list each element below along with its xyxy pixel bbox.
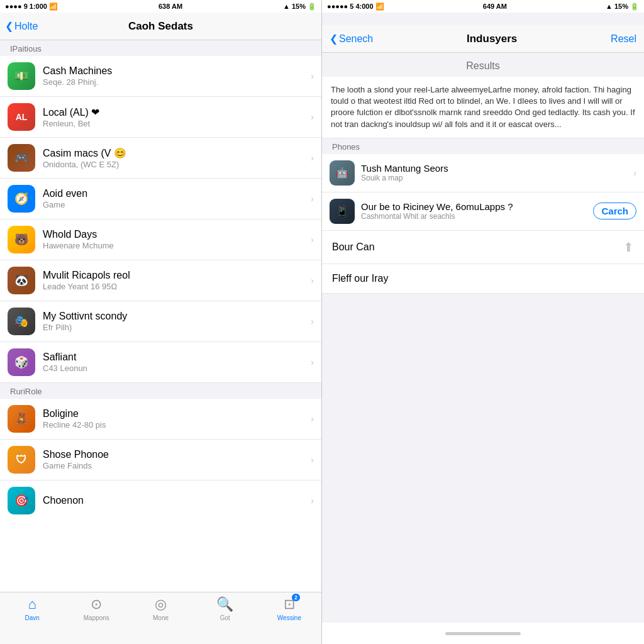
battery-icon: 🔋 [308,3,316,11]
app-icon-boligine: 🧸 [8,405,35,433]
list-item[interactable]: 🐻 Whold Days Hawenare Mchume › [0,219,321,260]
app-icon-safliant: 🎲 [8,348,35,376]
reset-button[interactable]: Resel [611,33,636,45]
left-back-button[interactable]: ❮ Holte [5,20,38,32]
home-indicator [322,623,644,644]
right-battery-text: 15% [614,3,628,10]
item-subtitle: Seqe. 28 Phinj. [43,77,311,87]
right-back-button[interactable]: ❮ Senech [330,33,373,45]
tab-label-mone: Mone [153,614,169,621]
item-subtitle: Recline 42-80 pis [43,420,311,430]
left-battery-area: ▲ 15% 🔋 [283,3,316,11]
home-icon: ⌂ [28,596,36,613]
share-icon[interactable]: ⬆ [623,240,634,255]
right-location-icon: ▲ [606,3,613,10]
list-item[interactable]: 🎭 My Sottivnt scondy Efr Pilh) › [0,301,321,342]
left-back-label: Holte [14,21,38,32]
item-title: Casim macs (V 😊 [43,147,311,159]
mone-icon: ◎ [155,596,167,613]
chevron-icon: › [311,153,314,163]
chevron-icon: › [311,455,314,465]
right-list: 🤖 Tush Mantung Seors Souik a map › 📱 Our… [322,154,644,231]
item-text-local-al: Local (AL) ❤ Renleun, Bet [43,106,311,128]
item-title: Safliant [43,352,311,363]
list-item[interactable]: 🎯 Choenon › [0,480,321,521]
item-subtitle: Game [43,200,311,209]
right-status-bar: ●●●●● 5 4:000 📶 649 AM ▲ 15% 🔋 [322,0,644,13]
list-item[interactable]: 🧭 Aoid even Game › [0,179,321,219]
mappons-icon: ⊙ [91,596,102,613]
app-icon-whold-days: 🐻 [8,226,35,253]
item-text-casim-macs: Casim macs (V 😊 Onidonta, (WC E 5Z) [43,147,311,169]
right-signal: ●●●●● 5 4:000 📶 [327,3,384,11]
list-item[interactable]: 🛡 Shose Phonoe Game Fainds › [0,440,321,480]
fleff-our-iray-row[interactable]: Fleff our Iray [322,264,644,294]
get-button[interactable]: Carch [593,203,636,219]
location-icon: ▲ [283,3,290,10]
item-text-cash-machines: Cash Machines Seqe. 28 Phinj. [43,65,311,87]
battery-text: 15% [292,3,306,10]
list-item[interactable]: 🐼 Mvulit Ricapols reol Leade Yeant 16 95… [0,260,321,301]
section-header-rurirole: RuriRole [0,383,321,399]
tab-label-davn: Davn [25,614,39,621]
left-status-bar: ●●●● 9 1:000 📶 638 AM ▲ 15% 🔋 [0,0,321,13]
tab-wessine[interactable]: ⊡ 2 Wessine [257,596,321,621]
right-nav-title: Indusyers [467,33,517,45]
description-box: The looth a slond your reel-Larte alweem… [322,77,644,138]
item-text-aoid-even: Aoid even Game [43,188,311,209]
wifi-icon: 📶 [49,3,58,11]
list-item[interactable]: 🎮 Casim macs (V 😊 Onidonta, (WC E 5Z) › [0,138,321,179]
right-time: 649 AM [483,3,507,10]
item-text-choenon: Choenon [43,495,311,507]
right-item-subtitle: Souik a map [361,174,633,182]
left-panel: ●●●● 9 1:000 📶 638 AM ▲ 15% 🔋 ❮ Holte Ca… [0,0,322,644]
right-list-item[interactable]: 📱 Our be to Riciney We, 6omuLapps ? Cash… [322,192,644,231]
right-list-item[interactable]: 🤖 Tush Mantung Seors Souik a map › [322,154,644,192]
tab-got[interactable]: 🔍 Got [193,596,257,621]
left-back-chevron: ❮ [5,20,13,32]
right-signal-text: ●●●●● 5 4:000 [327,3,374,10]
item-subtitle: Leade Yeant 16 95Ω [43,282,311,291]
app-icon-my-sottivnt: 🎭 [8,308,35,335]
item-text-safliant: Safliant C43 Leonun [43,352,311,373]
item-text-shose-phonoe: Shose Phonoe Game Fainds [43,449,311,470]
item-text-whold-days: Whold Days Hawenare Mchume [43,229,311,250]
tab-mone[interactable]: ◎ Mone [128,596,192,621]
right-item-subtitle: Cashmontal Whit ar seachls [361,212,593,221]
left-time: 638 AM [158,3,182,10]
list-item[interactable]: 💵 Cash Machines Seqe. 28 Phinj. › [0,56,321,97]
right-back-chevron: ❮ [330,33,338,45]
list-item[interactable]: 🎲 Safliant C43 Leonun › [0,342,321,383]
app-icon-our-be: 📱 [330,199,355,224]
app-icon-cash-machines: 💵 [8,62,35,90]
right-item-text-our-be: Our be to Riciney We, 6omuLapps ? Cashmo… [361,201,593,221]
item-title: Shose Phonoe [43,449,311,460]
right-item-text-tush: Tush Mantung Seors Souik a map [361,163,633,182]
item-subtitle: Efr Pilh) [43,323,311,332]
tab-mappons[interactable]: ⊙ Mappons [64,596,128,621]
chevron-icon: › [311,414,314,424]
app-icon-mvulit: 🐼 [8,267,35,294]
item-subtitle: Hawenare Mchume [43,241,311,250]
item-title: My Sottivnt scondy [43,311,311,322]
app-icon-casim-macs: 🎮 [8,144,35,172]
list-item[interactable]: 🧸 Boligine Recline 42-80 pis › [0,399,321,440]
section-header-ipaitious: IPaitious [0,40,321,56]
item-title: Aoid even [43,188,311,199]
results-title: Results [322,53,644,77]
wessine-icon: ⊡ 2 [284,596,295,613]
bour-can-row[interactable]: Bour Can ⬆ [322,231,644,264]
right-panel: ●●●●● 5 4:000 📶 649 AM ▲ 15% 🔋 ❮ Senech … [322,0,644,644]
signal-text: ●●●● 9 1:000 [5,3,47,10]
list-item[interactable]: AL Local (AL) ❤ Renleun, Bet › [0,97,321,138]
item-subtitle: Onidonta, (WC E 5Z) [43,160,311,169]
right-wifi-icon: 📶 [375,3,384,11]
tab-bar: ⌂ Davn ⊙ Mappons ◎ Mone 🔍 Got ⊡ 2 Wessin… [0,592,321,644]
item-text-boligine: Boligine Recline 42-80 pis [43,408,311,430]
chevron-icon: › [311,275,314,286]
tab-label-got: Got [220,614,230,621]
item-title: Mvulit Ricapols reol [43,270,311,281]
chevron-icon: › [311,357,314,367]
tab-davn[interactable]: ⌂ Davn [0,596,64,621]
right-item-title: Our be to Riciney We, 6omuLapps ? [361,201,593,212]
